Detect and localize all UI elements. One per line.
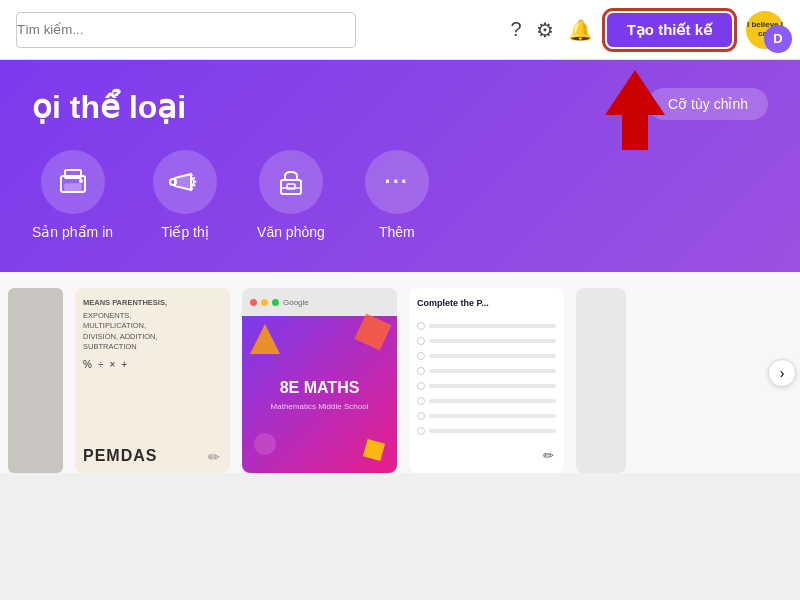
blank-card[interactable] [8,288,63,473]
bell-icon[interactable]: 🔔 [568,18,593,42]
category-more-label: Thêm [379,224,415,240]
worksheet-title: Complete the P... [417,298,556,310]
category-print-label: Sản phẩm in [32,224,113,240]
maths-body: 8E MATHS Mathematics Middle School [242,316,397,473]
pemdas-title: PEMDAS [83,447,222,465]
avatar-wrap[interactable]: I believe I can D [746,11,784,49]
svg-point-4 [79,179,83,183]
worksheet-row-2 [417,337,556,345]
category-item-more[interactable]: ··· Thêm [365,150,429,240]
worksheet-row-6 [417,397,556,405]
search-input[interactable] [16,12,356,48]
category-banner: ọi thể loại Cỡ tùy chỉnh Sản phẩm in [0,60,800,272]
maths-url-bar: Google [283,298,309,307]
templates-row: MEANS PARENTHESIS, EXPONENTS, MULTIPLICA… [0,272,800,473]
marketing-icon [153,150,217,214]
avatar-letter: D [764,25,792,53]
svg-rect-3 [65,184,81,192]
category-office-label: Văn phòng [257,224,325,240]
category-item-print[interactable]: Sản phẩm in [32,150,113,240]
print-icon [41,150,105,214]
office-icon [259,150,323,214]
top-bar: ? ⚙ 🔔 Tạo thiết kế I believe I can D [0,0,800,60]
svg-point-5 [170,179,176,185]
svg-rect-6 [281,180,301,194]
more-icon: ··· [365,150,429,214]
maths-subtitle-text: Mathematics Middle School [271,402,369,411]
maths-browser-bar: Google [242,288,397,316]
worksheet-row-4 [417,367,556,375]
maths-card[interactable]: Google 8E MATHS Mathematics Middle Schoo… [242,288,397,473]
category-icons-row: Sản phẩm in Tiếp thị [32,150,768,240]
custom-size-button[interactable]: Cỡ tùy chỉnh [648,88,768,120]
top-icons: ? ⚙ 🔔 Tạo thiết kế I believe I can D [511,11,784,49]
category-item-office[interactable]: Văn phòng [257,150,325,240]
worksheet-row-7 [417,412,556,420]
next-button[interactable]: › [768,359,796,387]
partial-card[interactable] [576,288,626,473]
worksheet-card[interactable]: Complete the P... [409,288,564,473]
worksheet-row-5 [417,382,556,390]
help-icon[interactable]: ? [511,18,522,41]
settings-icon[interactable]: ⚙ [536,18,554,42]
pemdas-card[interactable]: MEANS PARENTHESIS, EXPONENTS, MULTIPLICA… [75,288,230,473]
worksheet-row-3 [417,352,556,360]
category-marketing-label: Tiếp thị [161,224,209,240]
worksheet-row-1 [417,322,556,330]
avatar-badge: I believe I can D [746,11,784,49]
category-item-marketing[interactable]: Tiếp thị [153,150,217,240]
create-design-button[interactable]: Tạo thiết kế [607,13,732,47]
worksheet-row-8 [417,427,556,435]
maths-title-text: 8E MATHS [280,378,360,397]
